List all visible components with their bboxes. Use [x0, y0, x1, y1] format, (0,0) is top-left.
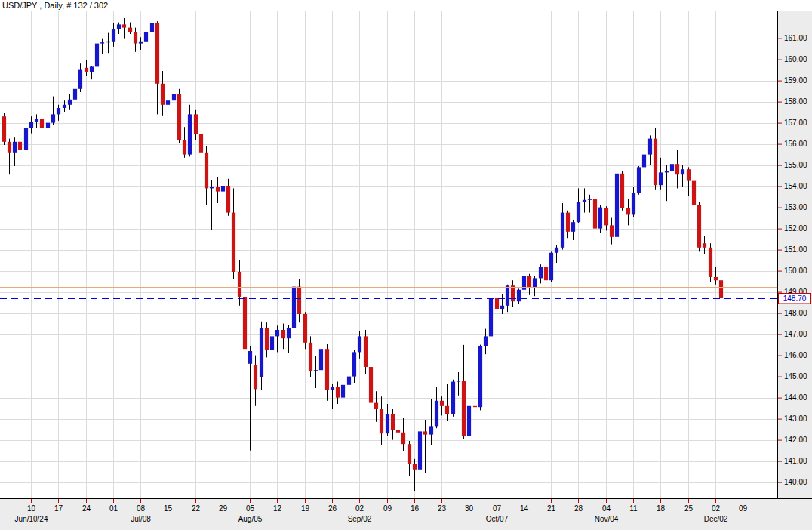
candle-body — [506, 285, 509, 306]
candle-body — [100, 42, 104, 43]
candle-body — [144, 32, 148, 42]
candle-body — [161, 84, 165, 105]
candle-body — [697, 205, 701, 248]
x-tick-day-label: 10 — [27, 504, 36, 513]
x-month-label: Aug/05 — [238, 515, 263, 523]
candle-body — [172, 94, 176, 100]
candle-body — [270, 336, 274, 350]
candle-body — [418, 431, 422, 469]
x-tick-day-label: 14 — [520, 504, 529, 513]
candle-body — [632, 193, 635, 214]
candle-body — [380, 409, 383, 433]
x-tick-day-label: 18 — [657, 504, 666, 513]
candle-body — [29, 122, 33, 128]
x-month-label: Oct/07 — [486, 515, 509, 523]
candle-body — [314, 370, 318, 371]
candle-body — [319, 349, 323, 370]
candle-body — [134, 32, 137, 43]
candle-body — [358, 336, 361, 352]
candle-body — [593, 199, 597, 228]
x-month-label: Jul/08 — [131, 515, 151, 523]
candle-body — [571, 222, 575, 232]
y-tick-label: 141.00 — [784, 457, 807, 465]
candle-body — [46, 123, 50, 128]
candle-body — [423, 431, 427, 434]
candle-body — [63, 105, 66, 108]
candle-body — [429, 426, 433, 434]
x-tick-day-label: 02 — [712, 504, 721, 513]
candle-body — [408, 444, 411, 464]
chart-title: USD/JPY , Daily, # 132 / 302 — [2, 1, 108, 10]
x-tick-day-label: 11 — [629, 504, 638, 513]
y-tick-label: 140.00 — [784, 478, 807, 486]
x-tick-day-label: 17 — [54, 504, 63, 513]
candle-body — [177, 94, 181, 140]
candle-body — [675, 164, 679, 174]
candle-body — [194, 114, 198, 134]
chart-title-bar: USD/JPY , Daily, # 132 / 302 — [0, 0, 812, 11]
candle-body — [122, 24, 126, 27]
candle-body — [637, 167, 641, 193]
candle-body — [347, 377, 351, 385]
candle-body — [462, 381, 466, 436]
candle-body — [604, 208, 608, 225]
candle-body — [445, 406, 449, 414]
candle-body — [13, 142, 17, 153]
candle-body — [199, 134, 203, 153]
candle-body — [155, 23, 159, 84]
x-tick-day-label: 21 — [547, 504, 556, 513]
candle-body — [117, 24, 121, 29]
candle-body — [18, 142, 22, 150]
x-tick-day-label: 01 — [109, 504, 118, 513]
candle-body — [527, 276, 531, 288]
candle-body — [281, 330, 285, 338]
x-tick-day-label: 19 — [301, 504, 310, 513]
y-tick-label: 154.00 — [784, 182, 807, 190]
y-tick-label: 160.00 — [784, 55, 807, 63]
candle-body — [396, 430, 400, 433]
candle-body — [8, 142, 11, 153]
x-tick-day-label: 16 — [411, 504, 420, 513]
candle-body — [232, 213, 235, 272]
candle-body — [221, 186, 225, 192]
candle-body — [435, 401, 438, 427]
candle-body — [391, 414, 395, 430]
candle-body — [243, 297, 247, 350]
y-tick-label: 143.00 — [784, 414, 807, 423]
candle-body — [670, 164, 674, 171]
candle-body — [511, 285, 515, 301]
x-tick-day-label: 25 — [684, 504, 694, 513]
x-tick-day-label: 02 — [355, 504, 364, 513]
candle-body — [265, 328, 269, 350]
x-tick-day-label: 24 — [82, 504, 91, 513]
y-tick-label: 156.00 — [784, 140, 807, 148]
candle-body — [648, 139, 652, 155]
candle-body — [260, 328, 263, 377]
x-tick-day-label: 15 — [164, 504, 173, 513]
candle-body — [659, 172, 663, 185]
y-tick-label: 157.00 — [784, 119, 807, 127]
candle-body — [139, 42, 143, 44]
candle-body — [57, 108, 60, 114]
candle-body — [583, 200, 586, 202]
candle-body — [555, 248, 558, 253]
candle-body — [238, 272, 241, 297]
y-tick-label: 155.00 — [784, 161, 807, 169]
candle-body — [369, 367, 373, 403]
candle-body — [620, 174, 624, 208]
candle-body — [188, 114, 192, 154]
candle-body — [665, 171, 669, 172]
y-tick-label: 158.00 — [784, 97, 807, 106]
candlestick-chart[interactable]: 161.00160.00159.00158.00157.00156.00155.… — [0, 0, 812, 530]
y-tick-label: 152.00 — [784, 224, 807, 233]
candle-body — [325, 349, 329, 390]
candle-body — [183, 140, 186, 155]
y-tick-label: 147.00 — [784, 330, 807, 338]
candle-body — [566, 213, 570, 232]
y-tick-label: 150.00 — [784, 267, 807, 275]
candle-body — [478, 346, 482, 407]
candle-body — [522, 276, 526, 290]
candle-body — [598, 208, 602, 229]
candle-body — [500, 306, 504, 309]
candle-body — [309, 343, 312, 371]
